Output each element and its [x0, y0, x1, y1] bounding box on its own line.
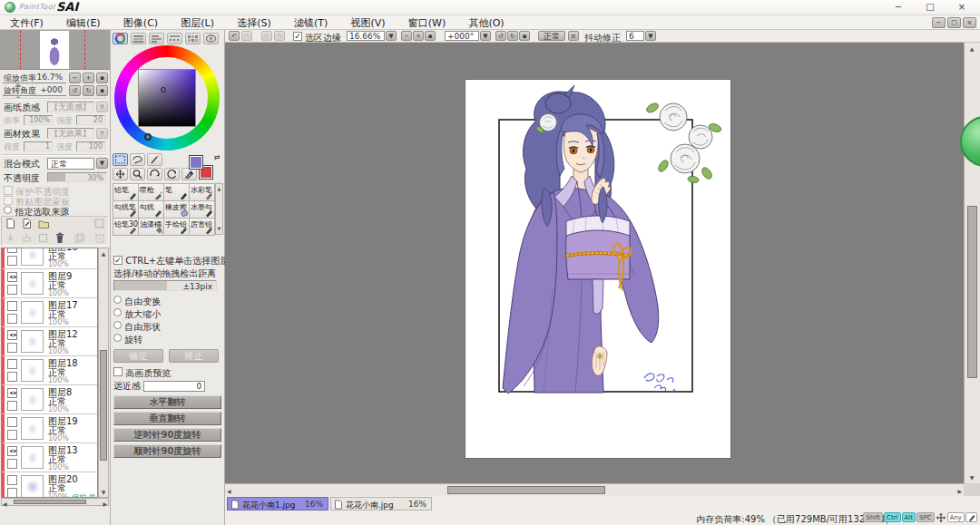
layer-clip-checkbox[interactable]	[7, 256, 17, 266]
scroll-right-icon[interactable]: ▶	[957, 486, 962, 496]
primary-color-swatch[interactable]	[189, 155, 203, 170]
layer-clip-checkbox[interactable]	[7, 372, 17, 382]
reselect-button[interactable]: ↷	[274, 31, 285, 41]
layer-opacity-slider[interactable]: 30%	[47, 172, 107, 182]
clear-layer-icon[interactable]	[37, 232, 51, 245]
layer-row[interactable]: 图层13 正常 100%	[2, 443, 97, 472]
view-rotate-cw-button[interactable]: ↻	[507, 31, 518, 41]
mdi-minimize-button[interactable]: −	[932, 17, 946, 28]
magic-wand-tool[interactable]	[147, 153, 162, 166]
selection-edge-checkbox[interactable]: ✓	[293, 32, 302, 41]
menu-others[interactable]: 其他(O)	[458, 15, 514, 30]
view-normal-button[interactable]: 正常	[538, 31, 565, 41]
layer-clip-checkbox[interactable]	[7, 459, 17, 469]
zoom-reset-button[interactable]: ▪	[96, 73, 108, 83]
layer-visibility-checkbox[interactable]	[7, 475, 17, 485]
view-rotate-reset-button[interactable]: ▪	[519, 31, 530, 41]
layer-visibility-checkbox[interactable]	[7, 388, 17, 398]
color-mixer-tab[interactable]	[167, 33, 182, 44]
view-angle-field[interactable]: +000°	[445, 31, 479, 41]
window-close-button[interactable]: ×	[948, 1, 975, 14]
hq-preview-checkbox[interactable]	[113, 367, 122, 376]
paper-texture-dropdown-icon[interactable]: ▼	[96, 102, 108, 112]
layer-row[interactable]: 图层18 正常 100%	[2, 356, 97, 385]
layer-row[interactable]: 图层17 正常 100%	[2, 298, 97, 327]
brush-lineart-pen[interactable]: 勾线笔	[113, 201, 139, 219]
mdi-close-button[interactable]: ×	[963, 17, 976, 28]
reset-view-tool[interactable]	[164, 168, 180, 180]
swap-colors-icon[interactable]: ⇄	[214, 153, 220, 161]
menu-select[interactable]: 选择(S)	[227, 15, 281, 30]
rotate-90-cw-button[interactable]: 顺时针90度旋转	[113, 444, 221, 458]
scratchpad-tab[interactable]	[203, 33, 219, 44]
brush-watercolor[interactable]: 水彩笔	[190, 184, 215, 201]
ctrl-select-checkbox[interactable]: ✓	[113, 256, 122, 265]
protect-opacity-checkbox[interactable]	[4, 186, 13, 195]
delete-layer-icon[interactable]	[54, 231, 67, 244]
layer-row[interactable]: 图层16 正常 100%	[2, 248, 97, 269]
rotate-ccw-button[interactable]: ↺	[69, 85, 81, 96]
perspective-input[interactable]: 0	[143, 381, 205, 392]
hq-preview-option[interactable]: 高画质预览	[113, 367, 171, 380]
layer-clip-checkbox[interactable]	[7, 488, 17, 498]
flip-vertical-button[interactable]: 垂直翻转	[113, 412, 221, 425]
undo-button[interactable]: ↶	[229, 31, 240, 41]
copy-layer-icon[interactable]	[74, 232, 87, 245]
window-minimize-button[interactable]: −	[885, 1, 912, 14]
paper-effect-dropdown-icon[interactable]: ▼	[96, 128, 108, 139]
canvas-horizontal-scrollbar[interactable]: ◀ ▶	[225, 483, 964, 496]
angle-dropdown-icon[interactable]: ▼	[480, 31, 491, 41]
stabilizer-dropdown-icon[interactable]: ▼	[645, 31, 656, 41]
scroll-left-icon[interactable]: ◀	[3, 499, 7, 509]
view-zoom-reset-button[interactable]: ▪	[425, 31, 436, 41]
brush-eraser[interactable]: 橡皮擦	[164, 201, 190, 219]
layer-row[interactable]: 图层12 正常 100%	[2, 327, 97, 356]
view-rotate-ccw-button[interactable]: ↺	[495, 31, 506, 41]
rotate-reset-button[interactable]: ▪	[96, 85, 108, 96]
new-lineart-layer-icon[interactable]	[21, 218, 34, 230]
layer-clip-checkbox[interactable]	[7, 430, 17, 440]
blend-mode-dropdown-icon[interactable]: ▼	[96, 158, 108, 169]
flip-view-button[interactable]: ≡	[568, 31, 579, 41]
layer-visibility-checkbox[interactable]	[7, 359, 17, 369]
transfer-down-icon[interactable]	[5, 232, 18, 245]
menu-layer[interactable]: 图层(L)	[171, 15, 224, 30]
zoom-dropdown-icon[interactable]: ▼	[386, 31, 397, 41]
rgb-sliders-tab[interactable]	[131, 33, 146, 44]
layers-horizontal-scrollbar[interactable]: ◀ ▶	[1, 498, 109, 506]
move-tool[interactable]	[113, 168, 128, 180]
view-zoom-field[interactable]: 16.66%	[347, 31, 385, 41]
zoom-in-button[interactable]: +	[83, 73, 94, 83]
layer-row[interactable]: 图层8 正常 100%	[2, 385, 97, 414]
layers-vertical-scrollbar[interactable]: ▲ ▼	[98, 248, 109, 498]
ctrl-select-layer-option[interactable]: ✓ CTRL+左键单击选择图层	[113, 255, 229, 267]
transform-scale-option[interactable]: 放大缩小	[113, 308, 161, 321]
layer-row[interactable]: 图层20 正常 100%保护 质感	[2, 472, 97, 498]
redo-button[interactable]: ↷	[241, 31, 252, 41]
scroll-up-icon[interactable]: ▲	[99, 248, 108, 258]
menu-edit[interactable]: 编辑(E)	[56, 15, 111, 30]
layer-visibility-checkbox[interactable]	[7, 248, 17, 253]
menu-filter[interactable]: 滤镜(T)	[284, 15, 338, 30]
new-folder-icon[interactable]	[37, 218, 51, 230]
angle-slider-track[interactable]	[3, 95, 66, 96]
layer-visibility-checkbox[interactable]	[7, 272, 17, 282]
scroll-down-icon[interactable]: ▼	[965, 472, 979, 482]
menu-view[interactable]: 视图(V)	[340, 15, 395, 30]
stabilizer-field[interactable]: 6	[626, 31, 644, 41]
document-page[interactable]	[466, 80, 730, 458]
brush-bucket[interactable]: 油漆桶	[139, 219, 164, 236]
rect-select-tool[interactable]	[113, 153, 128, 166]
scroll-up-icon[interactable]: ▲	[216, 184, 222, 194]
brush-grid-scrollbar[interactable]: ▲ ▼	[215, 183, 223, 235]
layer-visibility-checkbox[interactable]	[7, 446, 17, 456]
rotate-view-tool[interactable]	[147, 168, 162, 180]
window-maximize-button[interactable]: □	[916, 1, 944, 14]
new-layer-icon[interactable]	[5, 218, 18, 230]
color-wheel-tab[interactable]	[113, 33, 128, 44]
canvas-viewport[interactable]	[225, 43, 964, 483]
zoom-out-button[interactable]: −	[69, 73, 81, 83]
clip-mask-checkbox[interactable]	[4, 196, 13, 205]
brush-pencil30[interactable]: 铅笔30	[113, 219, 139, 236]
brush-pen[interactable]: 笔	[164, 184, 190, 201]
